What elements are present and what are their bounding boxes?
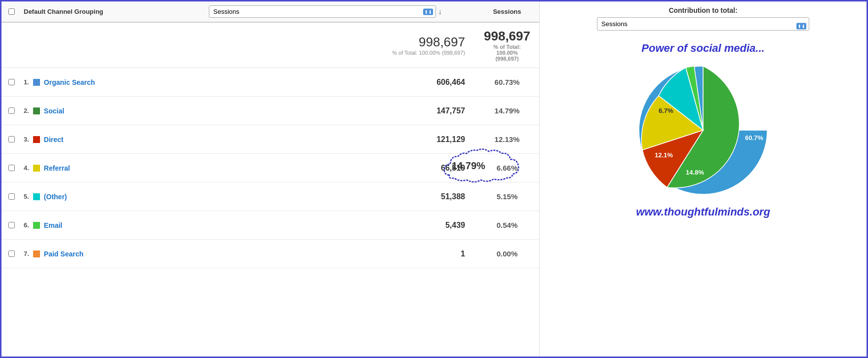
row-channel-col-4: 5. (Other): [21, 193, 209, 201]
row-checkbox-2[interactable]: [8, 136, 15, 143]
summary-main-value: 998,697: [209, 35, 465, 50]
table-row: 3. Direct 121,129 12.13%: [1, 125, 539, 154]
channel-name-1[interactable]: Social: [44, 107, 64, 115]
channel-name-5[interactable]: Email: [44, 221, 62, 229]
row-metric-col-3: 66,519: [209, 164, 475, 173]
row-pct-col-0: 60.73%: [475, 78, 539, 86]
row-checkbox-0[interactable]: [8, 79, 15, 85]
color-indicator-2: [33, 136, 40, 143]
row-checkbox-col: [1, 251, 21, 257]
select-all-checkbox[interactable]: [8, 8, 15, 15]
table-row: 1. Organic Search 606,464 60.73%: [1, 68, 539, 97]
table-header: Default Channel Grouping Sessions ↓ Sess…: [1, 1, 539, 23]
right-panel: Contribution to total: Sessions Power of…: [540, 1, 867, 357]
metric-value-1: 147,757: [209, 107, 465, 115]
channel-cell-3: 4. Referral: [24, 164, 209, 172]
summary-right-sub: % of Total: 100.00% (998,697): [475, 44, 539, 62]
row-checkbox-3[interactable]: [8, 165, 15, 171]
row-channel-col-3: 4. Referral: [21, 164, 209, 172]
channel-cell-5: 6. Email: [24, 221, 209, 229]
row-checkbox-5[interactable]: [8, 222, 15, 228]
metric-select-wrapper: Sessions: [209, 5, 436, 18]
row-pct-col-1: 14.79%: [475, 107, 539, 115]
table-row: 5. (Other) 51,388 5.15%: [1, 182, 539, 211]
sort-arrow-icon[interactable]: ↓: [438, 7, 442, 16]
power-text: Power of social media...: [641, 42, 764, 55]
row-checkbox-col: [1, 107, 21, 114]
sessions-right-header: Sessions: [475, 8, 539, 15]
channel-cell-4: 5. (Other): [24, 193, 209, 201]
pct-value-4: 5.15%: [475, 192, 539, 201]
row-checkbox-col: [1, 79, 21, 85]
pct-value-0: 60.73%: [475, 78, 539, 86]
pct-value-2: 12.13%: [475, 135, 539, 143]
color-indicator-4: [33, 193, 40, 200]
table-row: 4. Referral 66,519 6.66%: [1, 154, 539, 182]
metric-value-4: 51,388: [209, 192, 465, 201]
table-row: 2. Social 147,757 14.79%: [1, 97, 539, 125]
pct-value-1: 14.79%: [475, 107, 539, 115]
channel-name-2[interactable]: Direct: [44, 136, 64, 143]
row-pct-col-3: 6.66%: [475, 164, 539, 172]
metric-value-0: 606,464: [209, 78, 465, 87]
summary-main-pct: % of Total: 100.00% (998,697): [209, 50, 465, 56]
row-number-3: 4.: [24, 164, 29, 172]
website-text: www.thoughtfulminds.org: [636, 206, 770, 218]
summary-sessions-right: 998,697 % of Total: 100.00% (998,697): [475, 29, 539, 62]
channel-col-header: Default Channel Grouping: [21, 8, 209, 15]
pie-label-organic: 60.7%: [745, 134, 763, 142]
channel-name-3[interactable]: Referral: [44, 164, 70, 172]
row-checkbox-col: [1, 165, 21, 171]
row-checkbox-col: [1, 136, 21, 143]
row-metric-col-4: 51,388: [209, 192, 475, 201]
row-number-6: 7.: [24, 250, 29, 257]
channel-cell-0: 1. Organic Search: [24, 78, 209, 86]
color-indicator-3: [33, 165, 40, 172]
data-rows-container: 1. Organic Search 606,464 60.73% 2. Soci…: [1, 68, 539, 268]
row-checkbox-4[interactable]: [8, 193, 15, 200]
row-checkbox-6[interactable]: [8, 251, 15, 257]
metric-value-3: 66,519: [209, 164, 465, 173]
row-channel-col-0: 1. Organic Search: [21, 78, 209, 86]
pct-value-3: 6.66%: [475, 164, 539, 172]
row-channel-col-2: 3. Direct: [21, 136, 209, 143]
row-pct-col-4: 5.15%: [475, 192, 539, 201]
row-metric-col-1: 147,757: [209, 107, 475, 115]
channel-cell-6: 7. Paid Search: [24, 250, 209, 258]
metric-select[interactable]: Sessions: [209, 5, 436, 18]
row-number-2: 3.: [24, 136, 29, 143]
pie-label-direct: 12.1%: [655, 151, 673, 159]
row-number-5: 6.: [24, 221, 29, 229]
contribution-select-wrapper: Sessions: [597, 17, 809, 35]
color-indicator-6: [33, 251, 40, 257]
row-metric-col-6: 1: [209, 250, 475, 258]
channel-name-0[interactable]: Organic Search: [44, 78, 95, 86]
row-checkbox-1[interactable]: [8, 107, 15, 114]
summary-row: 998,697 % of Total: 100.00% (998,697) 99…: [1, 23, 539, 68]
metric-value-6: 1: [209, 250, 465, 258]
color-indicator-1: [33, 107, 40, 114]
summary-right-value: 998,697: [475, 29, 539, 44]
row-metric-col-5: 5,439: [209, 221, 475, 230]
row-checkbox-col: [1, 222, 21, 228]
table-row: 6. Email 5,439 0.54%: [1, 211, 539, 240]
row-channel-col-6: 7. Paid Search: [21, 250, 209, 258]
channel-name-6[interactable]: Paid Search: [44, 250, 83, 258]
row-pct-col-2: 12.13%: [475, 135, 539, 143]
row-checkbox-col: [1, 193, 21, 200]
row-channel-col-1: 2. Social: [21, 107, 209, 115]
row-metric-col-2: 121,129: [209, 135, 475, 144]
pie-label-referral: 6.7%: [659, 107, 673, 114]
sessions-dropdown: Sessions ↓: [209, 5, 465, 18]
table-row: 7. Paid Search 1 0.00%: [1, 240, 539, 268]
row-pct-col-5: 0.54%: [475, 221, 539, 229]
row-number-0: 1.: [24, 78, 29, 86]
metric-value-5: 5,439: [209, 221, 465, 230]
pie-label-social: 14.8%: [686, 169, 704, 176]
row-channel-col-5: 6. Email: [21, 221, 209, 229]
contribution-select[interactable]: Sessions: [597, 17, 809, 31]
color-indicator-5: [33, 222, 40, 229]
pct-value-6: 0.00%: [475, 250, 539, 258]
metric-col-header: Sessions ↓: [209, 5, 475, 18]
channel-name-4[interactable]: (Other): [44, 193, 67, 201]
